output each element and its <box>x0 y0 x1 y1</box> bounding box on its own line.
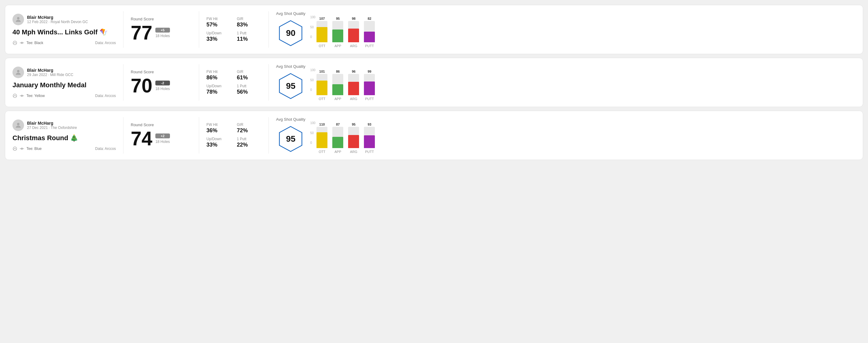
bar-outer-arg <box>348 21 359 42</box>
stat-gir-1: GIR 83% <box>237 17 261 28</box>
divider-right-3 <box>269 117 269 154</box>
bar-group-app: 86 APP <box>332 70 343 101</box>
avatar-1 <box>12 14 24 25</box>
bar-inner-putt <box>364 82 375 95</box>
bar-value-putt: 82 <box>368 17 371 20</box>
stat-oneputt-3: 1 Putt 22% <box>237 137 261 148</box>
bar-value-app: 86 <box>336 70 340 73</box>
bar-inner-arg <box>348 29 359 42</box>
stat-gir-2: GIR 61% <box>237 70 261 81</box>
score-section-2: Round Score 70 -2 18 Holes <box>131 70 191 95</box>
hexagon-3: 95 <box>277 125 304 153</box>
hex-score-2: 95 <box>286 81 296 91</box>
bar-value-ott: 107 <box>319 17 325 20</box>
hex-score-3: 95 <box>286 134 296 144</box>
divider-right-2 <box>269 64 269 101</box>
big-score-3: 74 <box>131 129 152 148</box>
stat-updown-label-2: Up/Down <box>207 84 231 88</box>
score-meta-2: -2 18 Holes <box>155 81 169 91</box>
golf-icon-2 <box>19 94 25 98</box>
bar-group-app: 95 APP <box>332 17 343 48</box>
big-score-2: 70 <box>131 76 152 95</box>
score-row-1: 77 +5 18 Holes <box>131 23 191 42</box>
bar-outer-app <box>332 127 343 148</box>
bar-label-arg: ARG <box>350 97 357 101</box>
stat-oneputt-label-2: 1 Putt <box>237 84 261 88</box>
bar-inner-arg <box>348 82 359 95</box>
user-header-1: Blair McHarg 12 Feb 2022 · Royal North D… <box>12 14 116 25</box>
avg-label-2: Avg Shot Quality <box>276 64 306 69</box>
stat-oneputt-value-2: 56% <box>237 89 261 95</box>
user-info-2: Blair McHarg 29 Jan 2022 · Mill Ride GCC <box>27 68 73 77</box>
user-date-2: 29 Jan 2022 · Mill Ride GCC <box>27 73 73 77</box>
data-source-3: Data: Arccos <box>95 147 116 151</box>
avg-label-3: Avg Shot Quality <box>276 117 306 122</box>
stats-grid-2: FW Hit 86% GIR 61% Up/Down 78% 1 Putt 56… <box>207 70 261 95</box>
bar-inner-arg <box>348 135 359 148</box>
footer-row-2: Tee: Yellow Data: Arccos <box>12 93 116 98</box>
stat-gir-value-1: 83% <box>237 22 261 28</box>
svg-point-10 <box>17 123 20 125</box>
y-axis-label: 50 <box>310 79 316 82</box>
user-header-3: Blair McHarg 27 Dec 2021 · The Oxfordshi… <box>12 120 116 131</box>
user-info-1: Blair McHarg 12 Feb 2022 · Royal North D… <box>27 15 88 24</box>
user-name-3: Blair McHarg <box>27 121 77 126</box>
bar-outer-ott <box>316 21 328 42</box>
round-card-1: Blair McHarg 12 Feb 2022 · Royal North D… <box>5 5 863 54</box>
stat-updown-value-1: 33% <box>207 36 231 42</box>
hexagon-1: 90 <box>277 20 304 47</box>
stat-fwhit-3: FW Hit 36% <box>207 123 231 134</box>
user-date-3: 27 Dec 2021 · The Oxfordshire <box>27 126 77 130</box>
score-diff-1: +5 <box>155 28 169 33</box>
bar-value-ott: 110 <box>319 123 325 126</box>
score-meta-1: +5 18 Holes <box>155 28 169 38</box>
bar-inner-ott <box>316 132 328 148</box>
bar-label-app: APP <box>335 44 341 48</box>
bar-label-ott: OTT <box>319 44 325 48</box>
hexagon-wrap-1: Avg Shot Quality 90 <box>276 11 306 47</box>
bar-value-app: 95 <box>336 17 340 20</box>
svg-point-11 <box>13 147 17 151</box>
score-row-2: 70 -2 18 Holes <box>131 76 191 95</box>
tee-label-2: Tee: Yellow <box>26 94 45 98</box>
avg-quality-block-3: Avg Shot Quality 95 100500 110 OTT <box>276 117 856 154</box>
stats-section-2: FW Hit 86% GIR 61% Up/Down 78% 1 Putt 56… <box>207 70 261 95</box>
divider-mid-2 <box>199 64 199 101</box>
tee-label-3: Tee: Blue <box>26 147 42 151</box>
stats-section-3: FW Hit 36% GIR 72% Up/Down 33% 1 Putt 22… <box>207 123 261 148</box>
svg-point-6 <box>13 94 17 98</box>
user-date-1: 12 Feb 2022 · Royal North Devon GC <box>27 20 88 24</box>
stat-updown-value-3: 33% <box>207 142 231 148</box>
hexagon-wrap-2: Avg Shot Quality 95 <box>276 64 306 100</box>
stat-oneputt-value-1: 11% <box>237 36 261 42</box>
bar-group-ott: 107 OTT <box>316 17 328 48</box>
y-axis-label: 50 <box>310 131 316 135</box>
bar-inner-ott <box>316 81 328 95</box>
bar-outer-ott <box>316 74 328 95</box>
tee-label-1: Tee: Black <box>26 41 43 45</box>
stat-fwhit-label-3: FW Hit <box>207 123 231 127</box>
bar-group-putt: 99 PUTT <box>364 70 375 101</box>
hexagon-2: 95 <box>277 72 304 100</box>
score-diff-3: +2 <box>155 133 169 138</box>
bar-group-arg: 98 ARG <box>348 17 359 48</box>
tee-info-1: Tee: Black <box>12 40 43 45</box>
bar-group-app: 87 APP <box>332 123 343 154</box>
stat-gir-label-1: GIR <box>237 17 261 21</box>
avg-quality-block-1: Avg Shot Quality 90 100500 107 OTT <box>276 11 856 48</box>
user-info-3: Blair McHarg 27 Dec 2021 · The Oxfordshi… <box>27 121 77 130</box>
y-axis-label: 100 <box>310 15 316 19</box>
bar-label-ott: OTT <box>319 97 325 101</box>
tee-info-3: Tee: Blue <box>12 146 42 151</box>
divider-left-2 <box>123 64 123 101</box>
stat-fwhit-label-2: FW Hit <box>207 70 231 74</box>
bar-label-arg: ARG <box>350 150 357 154</box>
score-section-3: Round Score 74 +2 18 Holes <box>131 123 191 148</box>
stat-fwhit-2: FW Hit 86% <box>207 70 231 81</box>
chart-section-3: 100500 110 OTT 87 APP 95 <box>310 117 856 154</box>
stat-oneputt-value-3: 22% <box>237 142 261 148</box>
svg-point-5 <box>17 70 20 72</box>
divider-left-1 <box>123 11 123 48</box>
bar-value-ott: 101 <box>319 70 325 73</box>
avg-quality-block-2: Avg Shot Quality 95 100500 101 OTT <box>276 64 856 101</box>
